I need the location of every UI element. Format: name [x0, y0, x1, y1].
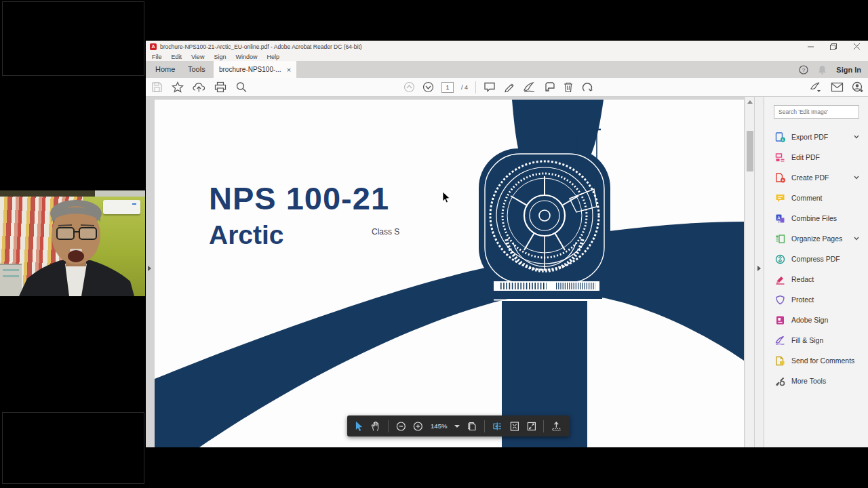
floating-page-toolbar: 145%: [347, 415, 570, 436]
tab-document[interactable]: brochure-NPS100-... ×: [214, 61, 296, 78]
combine-files-icon: A: [775, 214, 785, 224]
tools-panel: Export PDF Edit PDF Create PDF: [764, 97, 868, 447]
save-icon[interactable]: [151, 81, 163, 93]
tool-label: Compress PDF: [791, 255, 840, 263]
tool-adobe-sign[interactable]: Adobe Sign: [764, 310, 868, 330]
tool-compress-pdf[interactable]: A Compress PDF: [764, 249, 868, 269]
adobe-sign-icon: [775, 315, 785, 325]
tool-redact[interactable]: Redact: [764, 269, 868, 289]
tools-search-input[interactable]: [774, 105, 859, 119]
scrollbar-thumb[interactable]: [747, 131, 753, 171]
toolbar-divider: [388, 420, 389, 432]
svg-text:A: A: [779, 257, 782, 261]
zoom-out-icon[interactable]: [396, 421, 406, 432]
tools-panel-collapse-strip[interactable]: [754, 97, 764, 447]
tool-more-tools[interactable]: More Tools: [764, 371, 868, 391]
main-toolbar: 1 / 4: [146, 78, 868, 97]
page-total: / 4: [461, 84, 468, 91]
restore-button[interactable]: [822, 41, 845, 52]
tool-organize-pages[interactable]: Organize Pages: [764, 228, 868, 249]
help-icon[interactable]: ?: [799, 65, 808, 75]
page-copy-icon[interactable]: [467, 421, 477, 432]
tool-protect[interactable]: Protect: [764, 289, 868, 310]
svg-text:?: ?: [802, 67, 806, 73]
tab-home[interactable]: Home: [155, 61, 175, 78]
menu-edit[interactable]: Edit: [172, 54, 182, 60]
menu-view[interactable]: View: [191, 54, 204, 60]
comment-icon[interactable]: [484, 81, 496, 93]
close-button[interactable]: [845, 41, 868, 52]
tool-label: Export PDF: [791, 133, 828, 141]
envelope-icon[interactable]: [831, 82, 844, 92]
pdf-class-label: Class S: [372, 227, 399, 237]
chevron-down-icon[interactable]: [854, 237, 859, 241]
zoom-caret-icon[interactable]: [454, 425, 460, 428]
star-icon[interactable]: [172, 81, 184, 93]
page-up-icon[interactable]: [403, 81, 415, 93]
tool-label: Organize Pages: [791, 235, 842, 243]
sign-in-button[interactable]: Sign In: [836, 66, 861, 74]
tool-edit-pdf[interactable]: Edit PDF: [764, 147, 868, 167]
compress-pdf-icon: A: [775, 254, 785, 264]
organize-pages-icon: [775, 234, 785, 244]
menu-window[interactable]: Window: [235, 54, 257, 60]
bell-icon[interactable]: [818, 65, 827, 75]
toolbar-divider: [475, 81, 476, 94]
account-add-icon[interactable]: [852, 81, 864, 93]
content-area: NPS 100-21 Arctic Class S Export PD: [146, 97, 868, 447]
sign-pen-icon[interactable]: [523, 81, 536, 93]
scroll-mode-icon[interactable]: [492, 421, 502, 432]
search-icon[interactable]: [235, 81, 248, 93]
cursor-tool-icon[interactable]: [355, 421, 363, 432]
chevron-down-icon[interactable]: [854, 135, 859, 139]
tool-comment[interactable]: Comment: [764, 188, 868, 208]
zoom-in-icon[interactable]: [413, 421, 423, 432]
left-panel-expand-icon[interactable]: [148, 266, 151, 271]
tool-label: Protect: [791, 296, 814, 304]
tools-panel-collapse-icon[interactable]: [757, 266, 761, 271]
fit-page-icon[interactable]: [510, 421, 519, 432]
share-upload-icon[interactable]: [551, 421, 561, 432]
scroll-up-icon[interactable]: [747, 100, 753, 104]
document-area: NPS 100-21 Arctic Class S: [146, 97, 745, 447]
menu-help[interactable]: Help: [267, 54, 279, 60]
rotate-icon[interactable]: [581, 81, 593, 93]
highlight-icon[interactable]: [503, 81, 515, 93]
tab-tools[interactable]: Tools: [188, 61, 205, 78]
print-icon[interactable]: [214, 81, 226, 93]
stamp-icon[interactable]: [543, 81, 555, 93]
protect-icon: [775, 295, 785, 305]
tool-label: Create PDF: [791, 174, 829, 182]
page-number-input[interactable]: 1: [441, 82, 454, 93]
hand-tool-icon[interactable]: [371, 421, 380, 432]
wind-turbine-illustration: [155, 100, 744, 447]
minimize-button[interactable]: [799, 41, 822, 52]
tool-combine-files[interactable]: A Combine Files: [764, 208, 868, 228]
comment-tool-icon: [775, 193, 785, 203]
more-tools-icon: [775, 376, 785, 386]
tool-export-pdf[interactable]: Export PDF: [764, 127, 868, 147]
tool-label: Comment: [791, 194, 823, 202]
close-tab-icon[interactable]: ×: [287, 66, 291, 74]
chevron-down-icon[interactable]: [854, 176, 859, 180]
person-speaker: [0, 190, 145, 296]
vertical-scrollbar[interactable]: [745, 97, 754, 447]
cloud-upload-icon[interactable]: [193, 81, 205, 93]
screen: A brochure-NPS100-21-Arctic_EU-online.pd…: [0, 0, 868, 488]
menu-file[interactable]: File: [152, 54, 162, 60]
zoom-level-display[interactable]: 145%: [431, 422, 447, 430]
fullscreen-icon[interactable]: [527, 421, 536, 432]
title-bar: A brochure-NPS100-21-Arctic_EU-online.pd…: [146, 41, 868, 52]
trash-icon[interactable]: [563, 81, 574, 93]
pdf-product-subtitle: Arctic: [209, 220, 284, 250]
menu-bar: File Edit View Sign Window Help: [146, 52, 868, 61]
tool-send-for-comments[interactable]: Send for Comments: [764, 350, 868, 371]
tool-fill-sign[interactable]: Fill & Sign: [764, 330, 868, 350]
tool-create-pdf[interactable]: Create PDF: [764, 167, 868, 188]
menu-sign[interactable]: Sign: [214, 54, 226, 60]
tool-label: Send for Comments: [791, 357, 854, 365]
acrobat-app-icon: A: [150, 43, 157, 50]
toolbar-divider: [484, 420, 485, 432]
pen-tool-icon[interactable]: [810, 81, 823, 93]
page-down-icon[interactable]: [422, 81, 434, 93]
